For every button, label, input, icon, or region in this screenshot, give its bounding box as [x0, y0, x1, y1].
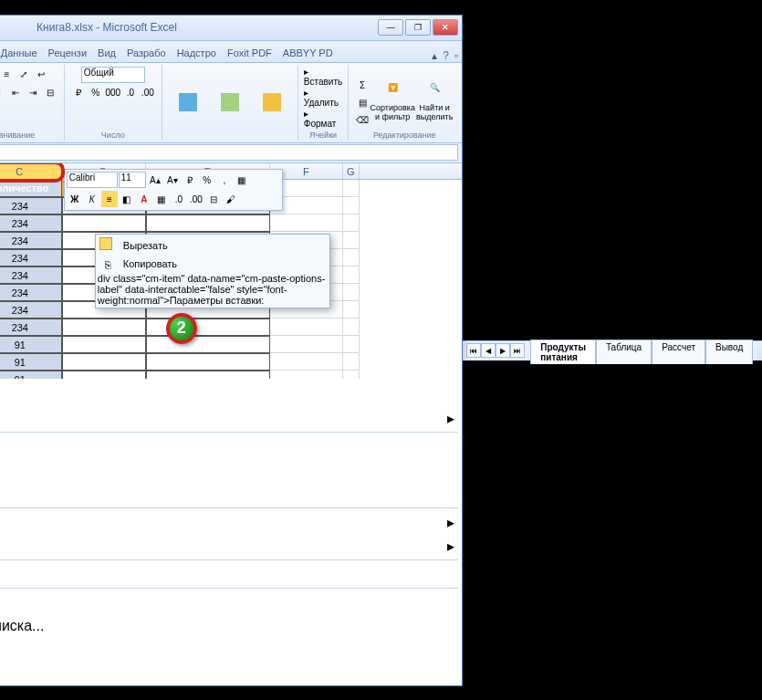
first-sheet-button[interactable]: ⏮ — [466, 343, 481, 358]
cell[interactable] — [343, 266, 360, 284]
cell[interactable] — [343, 180, 360, 197]
fill-icon[interactable]: ▤ — [354, 94, 371, 110]
cell[interactable]: 91 — [0, 336, 62, 353]
cm-filter[interactable]: Фильтр — [0, 510, 462, 534]
cell[interactable] — [270, 336, 343, 353]
indent-dec-icon[interactable]: ⇤ — [7, 85, 24, 101]
grow-font-icon[interactable]: A▴ — [147, 172, 163, 188]
bold-icon[interactable]: Ж — [67, 191, 83, 207]
percent-icon[interactable]: % — [88, 85, 104, 101]
next-sheet-button[interactable]: ▶ — [496, 343, 510, 358]
cm-copy[interactable]: ⎘Копировать — [98, 255, 328, 273]
cm-cut[interactable]: ✂Вырезать — [98, 236, 328, 255]
format-cells-button[interactable]: ▸ Формат — [304, 109, 342, 129]
cell[interactable] — [343, 301, 360, 319]
cell[interactable] — [146, 336, 270, 353]
cell[interactable] — [270, 319, 343, 336]
border-icon[interactable]: ▦ — [153, 191, 170, 207]
indent-inc-icon[interactable]: ⇥ — [25, 85, 41, 101]
number-format-select[interactable]: Общий — [81, 67, 145, 83]
merge-icon[interactable]: ⊟ — [42, 85, 58, 101]
align-right-icon[interactable]: ≡ — [0, 85, 6, 101]
tab-вид[interactable]: Вид — [92, 45, 121, 62]
fill-color-icon[interactable]: ◧ — [119, 191, 135, 207]
tab-данные[interactable]: Данные — [0, 45, 43, 62]
cell[interactable] — [62, 336, 146, 353]
cell[interactable] — [343, 371, 360, 379]
minimize-ribbon-icon[interactable]: ▴ — [432, 49, 437, 62]
ribbon-options-icon[interactable]: ▫ — [454, 49, 458, 62]
last-sheet-button[interactable]: ⏭ — [510, 343, 525, 358]
sheet-tab[interactable]: Рассчет — [652, 340, 705, 364]
percent-icon[interactable]: % — [199, 172, 215, 188]
cell[interactable] — [270, 371, 343, 379]
currency-icon[interactable]: ₽ — [182, 172, 198, 188]
cell[interactable] — [146, 371, 270, 379]
mini-font-select[interactable]: Calibri — [67, 172, 118, 188]
wrap-icon[interactable]: ↩ — [33, 67, 49, 83]
cell[interactable] — [62, 214, 146, 232]
sort-filter-button[interactable]: 🔽 Сортировка и фильтр — [372, 72, 412, 132]
cm-paste-special[interactable]: Специальная вставка... — [0, 406, 462, 430]
align-bot-icon[interactable]: ≡ — [0, 67, 15, 83]
comma-icon[interactable]: , — [216, 172, 233, 188]
cm-hyperlink[interactable]: 🔗Гиперссылка... — [0, 662, 462, 685]
cell[interactable]: 91 — [0, 371, 62, 379]
mini-size-select[interactable]: 11 — [119, 172, 146, 188]
close-button[interactable]: ✕ — [433, 19, 458, 36]
autosum-icon[interactable]: Σ — [354, 77, 371, 93]
cell[interactable] — [343, 214, 360, 232]
minimize-button[interactable]: — — [378, 19, 403, 36]
cond-format-button[interactable] — [168, 72, 208, 132]
cell[interactable]: Количество — [0, 180, 62, 197]
italic-icon[interactable]: К — [84, 191, 100, 207]
dec-decimal-icon[interactable]: .0 — [171, 191, 187, 207]
cell[interactable]: 234 — [0, 284, 62, 301]
font-color-icon[interactable]: A — [136, 191, 152, 207]
formula-bar[interactable]: Количество — [0, 144, 458, 161]
cell[interactable]: 234 — [0, 266, 62, 284]
help-icon[interactable]: ? — [443, 49, 449, 62]
cell[interactable] — [146, 319, 270, 336]
cm-comment[interactable]: 💬Вставить примечание — [0, 562, 462, 586]
insert-cells-button[interactable]: ▸ Вставить — [304, 67, 342, 87]
cell[interactable] — [62, 319, 146, 336]
inc-decimal-icon[interactable]: .00 — [188, 191, 204, 207]
delete-cells-button[interactable]: ▸ Удалить — [304, 88, 342, 108]
cell[interactable] — [343, 232, 360, 249]
cell[interactable] — [343, 197, 360, 214]
align-icon[interactable]: ≡ — [101, 191, 118, 207]
cell[interactable]: 234 — [0, 319, 62, 336]
cell[interactable] — [343, 336, 360, 353]
column-header-C[interactable]: C — [0, 163, 62, 179]
cell[interactable] — [62, 353, 146, 371]
dec-decimal-icon[interactable]: .00 — [140, 85, 156, 101]
cell[interactable]: 91 — [0, 353, 62, 371]
cell[interactable] — [146, 214, 270, 232]
format-painter-icon[interactable]: 🖌 — [223, 191, 239, 207]
cm-sort[interactable]: Сортировка — [0, 534, 462, 558]
merge-icon[interactable]: ⊟ — [205, 191, 222, 207]
shrink-font-icon[interactable]: A▾ — [164, 172, 181, 188]
currency-icon[interactable]: ₽ — [70, 85, 87, 101]
cell[interactable]: 234 — [0, 232, 62, 249]
cm-define-name[interactable]: Присвоить имя... — [0, 638, 462, 662]
cm-delete[interactable]: Удалить... — [0, 458, 462, 482]
sheet-tab[interactable]: Продукты питания — [530, 340, 596, 364]
tab-foxit pdf[interactable]: Foxit PDF — [222, 45, 277, 62]
maximize-button[interactable]: ❐ — [405, 19, 431, 36]
cell[interactable]: 234 — [0, 214, 62, 232]
cell[interactable]: 234 — [0, 301, 62, 319]
cell[interactable] — [343, 319, 360, 336]
cm-format-cells[interactable]: Формат ячеек... — [0, 590, 462, 614]
cm-dropdown-pick[interactable]: Выбрать из раскрывающегося списка... — [0, 614, 462, 638]
cell[interactable] — [270, 214, 343, 232]
orientation-icon[interactable]: ⤢ — [16, 67, 32, 83]
cm-clear[interactable]: Очистить содержимое — [0, 482, 462, 506]
cm-insert[interactable]: Вставить... — [0, 434, 462, 458]
cell[interactable]: 234 — [0, 249, 62, 266]
sheet-tab[interactable]: Таблица — [596, 340, 652, 364]
sheet-tab[interactable]: Вывод — [705, 340, 753, 364]
cell[interactable] — [146, 353, 270, 371]
table-style-button[interactable] — [210, 72, 250, 132]
